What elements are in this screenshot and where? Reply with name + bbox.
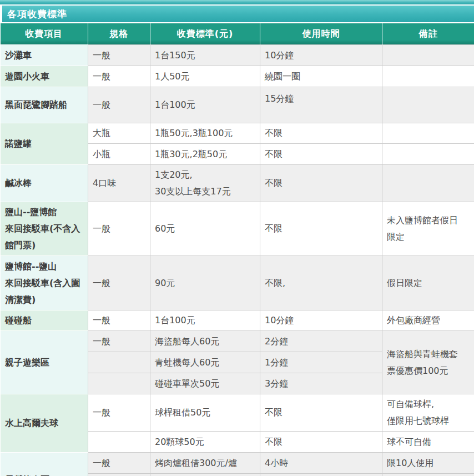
price-cell: 青蛙機每人60元 xyxy=(150,352,260,373)
spec-cell: 一般 xyxy=(88,394,150,432)
time-cell: 繞園一圈 xyxy=(260,66,382,87)
item-name-cell: 鹽博館--鹽山 來回接駁車(含入園 清潔費) xyxy=(1,256,88,310)
note-cell xyxy=(382,474,474,476)
spec-cell xyxy=(88,352,150,373)
spec-cell: 一般 xyxy=(88,331,150,352)
table-title-bar: 各項收費標準 xyxy=(2,6,474,22)
price-cell: 60元 xyxy=(150,202,260,256)
top-accent-bar xyxy=(0,0,474,4)
note-cell: 海盜船與青蛙機套 票優惠價100元 xyxy=(382,331,474,394)
price-cell: 1人50元 xyxy=(150,66,260,87)
spec-cell xyxy=(88,474,150,476)
note-cell xyxy=(382,66,474,87)
price-cell xyxy=(150,474,260,476)
column-header-item: 收費項目 xyxy=(1,23,88,45)
table-row: 水上高爾夫球 一般 球桿租借50元 不限 可自備球桿, 僅限用七號球桿 xyxy=(1,394,474,432)
price-cell: 1台100元 xyxy=(150,87,260,123)
column-header-spec: 規格 xyxy=(88,23,150,45)
time-cell: 15分鐘 xyxy=(260,87,382,123)
note-cell xyxy=(382,123,474,144)
table-row: 沙灘車 一般 1台150元 10分鐘 xyxy=(1,45,474,66)
time-cell: 不限 xyxy=(260,202,382,256)
column-header-time: 使用時間 xyxy=(260,23,382,45)
time-cell: 不限 xyxy=(260,165,382,202)
item-name-cell: 親子遊樂區 xyxy=(1,331,88,394)
spec-cell: 大瓶 xyxy=(88,123,150,144)
item-name-cell: 鹹冰棒 xyxy=(1,165,88,202)
time-cell: 1分鐘 xyxy=(260,352,382,373)
table-row: 鹽博館--鹽山 來回接駁車(含入園 清潔費) 一般 90元 不限, 假日限定 xyxy=(1,256,474,310)
price-cell: 1台150元 xyxy=(150,45,260,66)
spec-cell: 一般 xyxy=(88,256,150,310)
item-name-cell: 露營烤肉區 xyxy=(1,453,88,476)
column-header-price: 收費標準(元) xyxy=(150,23,260,45)
spec-cell: 一般 xyxy=(88,87,150,123)
spec-cell: 一般 xyxy=(88,202,150,256)
price-cell: 海盜船每人60元 xyxy=(150,331,260,352)
item-name-cell: 水上高爾夫球 xyxy=(1,394,88,453)
item-name-cell: 諾鹽罐 xyxy=(1,123,88,165)
price-cell: 20顆球50元 xyxy=(150,432,260,453)
table-row: 鹽山--鹽博館 來回接駁車(不含入 館門票) 一般 60元 不限 未入鹽博館者假… xyxy=(1,202,474,256)
time-cell: 不限 xyxy=(260,144,382,165)
note-cell: 可自備球桿, 僅限用七號球桿 xyxy=(382,394,474,432)
time-cell: 4小時 xyxy=(260,453,382,474)
table-row: 遊園小火車 一般 1人50元 繞園一圈 xyxy=(1,66,474,87)
price-cell: 1瓶50元,3瓶100元 xyxy=(150,123,260,144)
time-cell: 不限, xyxy=(260,256,382,310)
note-cell xyxy=(382,165,474,202)
price-cell: 烤肉爐租借300元/爐 xyxy=(150,453,260,474)
table-row: 露營烤肉區 一般 烤肉爐租借300元/爐 4小時 限10人使用 xyxy=(1,453,474,474)
item-name-cell: 黑面琵鷺腳踏船 xyxy=(1,87,88,123)
spec-cell: 一般 xyxy=(88,310,150,331)
item-name-cell: 遊園小火車 xyxy=(1,66,88,87)
fee-table: 收費項目 規格 收費標準(元) 使用時間 備註 沙灘車 一般 1台150元 10… xyxy=(0,23,474,476)
note-cell: 球不可自備 xyxy=(382,432,474,453)
page-title: 各項收費標準 xyxy=(7,8,67,21)
price-cell: 90元 xyxy=(150,256,260,310)
time-cell: 不限 xyxy=(260,432,382,453)
price-cell: 1支20元, 30支以上每支17元 xyxy=(150,165,260,202)
item-name-cell: 鹽山--鹽博館 來回接駁車(不含入 館門票) xyxy=(1,202,88,256)
item-name-cell: 沙灘車 xyxy=(1,45,88,66)
time-cell xyxy=(260,474,382,476)
spec-cell xyxy=(88,432,150,453)
note-cell: 未入鹽博館者假日 限定 xyxy=(382,202,474,256)
column-header-note: 備註 xyxy=(382,23,474,45)
price-cell: 球桿租借50元 xyxy=(150,394,260,432)
header-row: 收費項目 規格 收費標準(元) 使用時間 備註 xyxy=(1,23,474,45)
spec-cell: 一般 xyxy=(88,45,150,66)
table-row: 碰碰船 一般 1台100元 10分鐘 外包廠商經營 xyxy=(1,310,474,331)
time-cell: 2分鐘 xyxy=(260,331,382,352)
spec-cell: 一般 xyxy=(88,453,150,474)
note-cell: 假日限定 xyxy=(382,256,474,310)
price-cell: 1瓶30元,2瓶50元 xyxy=(150,144,260,165)
note-cell: 外包廠商經營 xyxy=(382,310,474,331)
spec-cell: 一般 xyxy=(88,66,150,87)
time-cell: 3分鐘 xyxy=(260,373,382,394)
table-row: 諾鹽罐 大瓶 1瓶50元,3瓶100元 不限 xyxy=(1,123,474,144)
price-cell: 1台100元 xyxy=(150,310,260,331)
time-cell: 不限 xyxy=(260,394,382,432)
table-row: 鹹冰棒 4口味 1支20元, 30支以上每支17元 不限 xyxy=(1,165,474,202)
spec-cell: 4口味 xyxy=(88,165,150,202)
table-row: 黑面琵鷺腳踏船 一般 1台100元 15分鐘 xyxy=(1,87,474,123)
note-cell xyxy=(382,87,474,123)
note-cell xyxy=(382,45,474,66)
time-cell: 10分鐘 xyxy=(260,310,382,331)
table-row: 親子遊樂區 一般 海盜船每人60元 2分鐘 海盜船與青蛙機套 票優惠價100元 xyxy=(1,331,474,352)
time-cell: 不限 xyxy=(260,123,382,144)
price-cell: 碰碰車單次50元 xyxy=(150,373,260,394)
item-name-cell: 碰碰船 xyxy=(1,310,88,331)
note-cell xyxy=(382,144,474,165)
spec-cell: 小瓶 xyxy=(88,144,150,165)
time-cell: 10分鐘 xyxy=(260,45,382,66)
note-cell: 限10人使用 xyxy=(382,453,474,474)
spec-cell xyxy=(88,373,150,394)
